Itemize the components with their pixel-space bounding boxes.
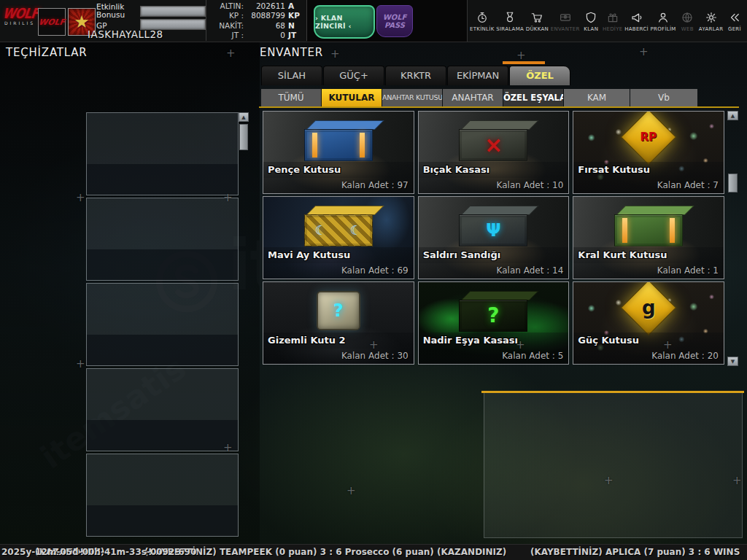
item-remaining-count: Kalan Adet : 69 [263,263,414,279]
crate-art: Ψ [459,214,527,246]
tab-si̇lah[interactable]: SİLAH [261,66,322,85]
nav-item-klan[interactable]: KLAN [581,11,600,32]
player-name: IASKHAYALL28 [88,28,163,40]
subtab-vb[interactable]: Vb [630,89,697,106]
match-result: (KAYBETTİNİZ) TEAMPEEK (0 puan) 3 : 6 Pr… [144,547,506,557]
tab-özel[interactable]: ÖZEL [509,66,570,85]
grid-scroll-down-button[interactable]: ▼ [727,357,738,366]
tab-krktr[interactable]: KRKTR [385,66,446,85]
cart-icon [530,11,543,24]
subtab-tümü[interactable]: TÜMÜ [261,89,321,106]
equipment-panel-title: TEÇHİZATLAR [6,46,88,59]
item-remaining-count: Kalan Adet : 30 [263,349,414,364]
equipment-slot-empty[interactable] [86,454,239,537]
nav-item-geri[interactable]: GERİ [725,11,744,32]
main-nav: ETKİNLİKSIRALAMADÜKKANENVANTERKLANHEDİYE… [470,5,744,37]
item-card-gizemli-kutu-2[interactable]: ?Gizemli Kutu 2Kalan Adet : 30 [263,281,414,365]
chest-icon [559,11,572,24]
item-card-pençe-kutusu[interactable]: Pençe KutusuKalan Adet : 97 [263,111,414,194]
item-remaining-count: Kalan Adet : 20 [573,349,724,364]
stopwatch-icon [476,11,489,24]
grid-marker: + [604,475,614,486]
crate-art [614,214,683,246]
grid-marker: + [226,48,236,59]
nav-item-envanter[interactable]: ENVANTER [551,11,580,32]
nav-item-ayarlar[interactable]: AYARLAR [699,11,723,32]
grid-marker: + [639,47,649,58]
tab-güç+[interactable]: GÜÇ+ [323,66,384,85]
nav-item-web[interactable]: WEB [678,11,697,32]
back-icon [728,11,741,24]
equipment-slot-empty[interactable] [86,112,239,195]
item-card-güç-kutusu[interactable]: gGüç KutusuKalan Adet : 20 [573,281,724,365]
item-name: Nadir Eşya Kasası [419,332,569,349]
grid-scroll-up-button[interactable]: ▲ [727,111,738,120]
item-name: Güç Kutusu [573,332,724,349]
item-name: Fırsat Kutusu [573,162,724,178]
match-history-bar: (KAZANDINIZ) (KAYBETTİNİZ) TEAMPEEK (0 p… [0,544,747,560]
item-remaining-count: Kalan Adet : 14 [419,263,569,279]
subtab-anahtar[interactable]: ANAHTAR [443,89,503,106]
equipment-slot-empty[interactable] [86,368,239,451]
nav-item-siralama[interactable]: SIRALAMA [496,11,524,32]
subtab-özel-eşyalar[interactable]: ÖZEL EŞYALAR [503,89,563,106]
subtab-kam[interactable]: KAM [564,89,630,106]
crate-emblem: ? [333,302,344,319]
currency-row: KP :8088799KP [210,11,303,20]
grid-marker: + [347,486,356,497]
nav-item-dukkan[interactable]: DÜKKAN [526,11,549,32]
crate-art: ? [317,291,360,330]
nav-item-profilim[interactable]: PROFİLİM [651,11,676,32]
crate-art: RP [621,111,676,165]
grid-marker: + [76,192,85,203]
currency-row: JT :0JT [210,31,303,39]
subtab-anahtar-kutusu[interactable]: ANAHTAR KUTUSU [382,89,442,106]
crate-emblem: Ψ [486,222,500,239]
clan-emblem[interactable]: WOLF [38,8,66,36]
game-logo: WOLF DIRILIS [3,7,36,26]
item-card-saldırı-sandığı[interactable]: ΨSaldırı SandığıKalan Adet : 14 [418,196,570,279]
match-timestamp: 2025y-12m-05d-00h-41m-33s-0092-690 [1,547,196,557]
nav-label: HEDİYE [603,26,623,32]
crate-emblem: RP [640,131,657,142]
item-card-nadir-eşya-kasası[interactable]: ?Nadir Eşya KasasıKalan Adet : 5 [418,281,570,365]
item-card-mavi-ay-kutusu[interactable]: ☾☾Mavi Ay KutusuKalan Adet : 69 [263,196,414,279]
item-card-bıçak-kasası[interactable]: ×Bıçak KasasıKalan Adet : 10 [418,111,570,194]
item-name: Bıçak Kasası [419,162,569,178]
crate-art: × [459,129,527,161]
grid-marker: + [663,340,673,351]
item-remaining-count: Kalan Adet : 1 [573,263,724,279]
left-scrollbar-thumb[interactable] [239,124,248,150]
nav-item-etkinlik[interactable]: ETKİNLİK [470,11,495,32]
grid-marker: + [223,192,233,203]
wolf-pass-button[interactable]: WOLF PASS [376,5,413,37]
item-card-kral-kurt-kutusu[interactable]: Kral Kurt KutusuKalan Adet : 1 [573,196,724,279]
subtab-kutular[interactable]: KUTULAR [322,89,382,106]
crate-emblem: ? [487,306,499,326]
nav-item-haberci[interactable]: HABERCİ [624,11,649,32]
gear-icon [705,11,718,24]
klan-zinciri-button[interactable]: › KLAN ZİNCİRİ ‹ [314,5,375,39]
nav-label: WEB [681,26,694,32]
item-name: Gizemli Kutu 2 [263,332,414,349]
currency-unit: A [288,1,303,10]
item-remaining-count: Kalan Adet : 97 [263,178,414,193]
currency-label: ALTIN: [210,1,244,10]
shield-icon [584,11,597,24]
nav-item-hediye[interactable]: HEDİYE [603,11,623,32]
nav-label: HABERCİ [624,26,649,32]
left-scroll-up-button[interactable]: ▲ [239,112,249,122]
item-remaining-count: Kalan Adet : 5 [419,349,569,364]
item-name: Mavi Ay Kutusu [263,247,414,263]
nav-label: DÜKKAN [526,26,549,32]
item-card-fırsat-kutusu[interactable]: RPFırsat KutusuKalan Adet : 7 [573,111,724,194]
equipment-slot-empty[interactable] [86,283,239,366]
equipment-slot-list [86,112,239,539]
item-remaining-count: Kalan Adet : 7 [573,178,724,193]
tab-eki̇pman[interactable]: EKİPMAN [447,66,508,85]
nav-label: KLAN [584,26,598,32]
grid-marker: + [516,50,526,61]
grid-scrollbar-thumb[interactable] [728,174,738,192]
grid-marker: + [516,340,525,351]
equipment-slot-empty[interactable] [86,198,239,281]
